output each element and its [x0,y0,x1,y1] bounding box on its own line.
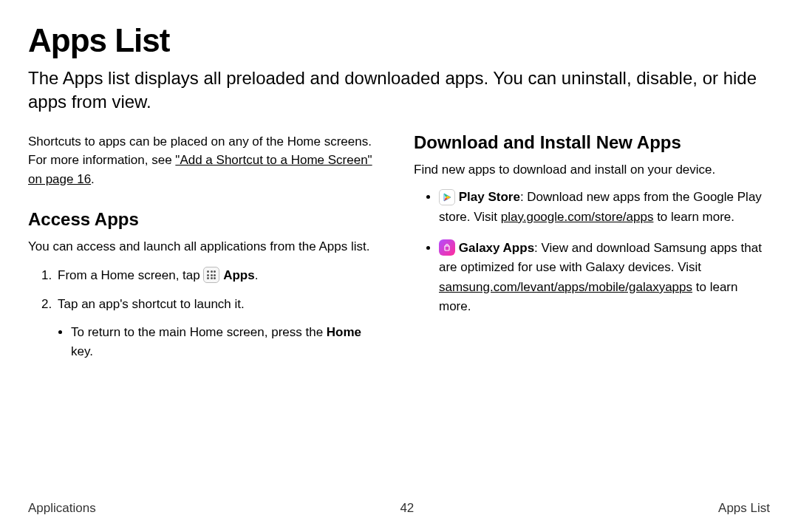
galaxy-apps-item: Galaxy Apps: View and download Samsung a… [439,239,770,316]
shortcut-suffix: . [91,172,95,186]
galaxy-apps-icon [439,239,455,256]
step-1: 1. From a Home screen, tap Apps. [41,265,384,285]
step-number: 1. [41,265,58,285]
intro-text: The Apps list displays all preloaded and… [28,66,770,115]
step-2: 2. Tap an app's shortcut to launch it. [41,294,384,314]
footer-section: Applications [28,501,96,516]
step2-sublist: To return to the main Home screen, press… [71,323,384,361]
access-apps-desc: You can access and launch all applicatio… [28,237,384,256]
footer-page-number: 42 [400,501,414,516]
page-title: Apps List [28,22,770,59]
play-store-icon [439,189,455,205]
play-store-label: Play Store [459,190,520,204]
step-number: 2. [41,294,58,314]
download-install-desc: Find new apps to download and install on… [414,160,770,180]
download-install-heading: Download and Install New Apps [414,132,770,153]
step1-suffix: . [255,268,259,282]
left-column: Shortcuts to apps can be placed on any o… [28,132,384,368]
app-store-list: Play Store: Download new apps from the G… [414,188,770,316]
access-apps-heading: Access Apps [28,209,384,230]
apps-label: Apps [223,268,255,282]
access-apps-steps: 1. From a Home screen, tap Apps. 2. Tap … [28,265,384,314]
play-store-suffix: to learn more. [653,210,734,224]
apps-grid-icon [203,267,219,283]
sub-bullet: To return to the main Home screen, press… [71,323,384,361]
play-store-item: Play Store: Download new apps from the G… [439,188,770,227]
page-footer: Applications 42 Apps List [28,501,770,516]
shortcut-note: Shortcuts to apps can be placed on any o… [28,132,384,189]
step2-text: Tap an app's shortcut to launch it. [58,294,245,314]
galaxy-apps-link[interactable]: samsung.com/levant/apps/mobile/galaxyapp… [439,280,692,294]
sub-suffix: key. [71,344,93,358]
step1-prefix: From a Home screen, tap [58,268,203,282]
sub-prefix: To return to the main Home screen, press… [71,325,327,339]
right-column: Download and Install New Apps Find new a… [414,132,770,368]
home-key-label: Home [327,325,361,339]
content-columns: Shortcuts to apps can be placed on any o… [28,132,770,368]
play-store-link[interactable]: play.google.com/store/apps [501,210,654,224]
galaxy-apps-label: Galaxy Apps [459,241,534,255]
footer-topic: Apps List [718,501,770,516]
